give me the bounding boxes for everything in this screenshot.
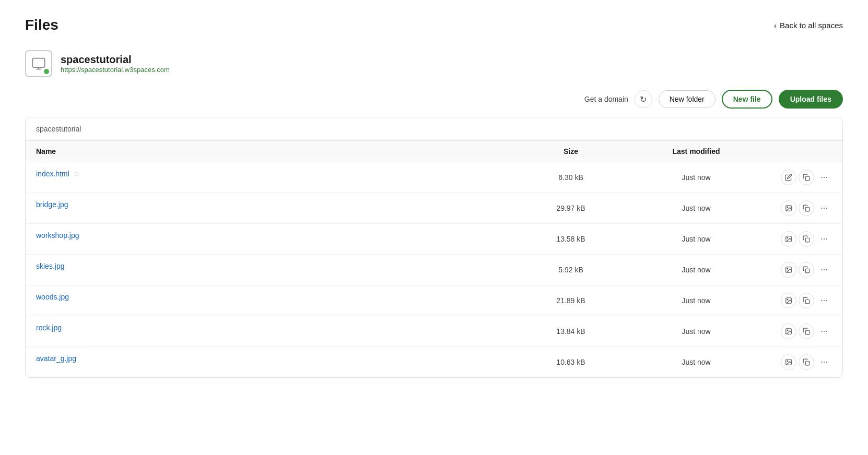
preview-image-button[interactable] <box>781 262 796 278</box>
table-row: avatar_g.jpg10.63 kBJust now <box>26 347 842 378</box>
table-row: bridge.jpg29.97 kBJust now <box>26 193 842 224</box>
preview-image-button[interactable] <box>781 200 796 216</box>
file-size-cell: 13.58 kB <box>519 224 623 255</box>
file-name-link[interactable]: workshop.jpg <box>36 231 79 240</box>
get-domain-label: Get a domain <box>584 95 628 103</box>
file-actions-cell <box>769 162 842 193</box>
file-actions-cell <box>769 316 842 347</box>
file-actions-cell <box>769 347 842 378</box>
file-size-cell: 10.63 kB <box>519 347 623 378</box>
file-modified-cell: Just now <box>623 224 769 255</box>
new-folder-button[interactable]: New folder <box>659 90 715 108</box>
svg-point-42 <box>826 362 827 363</box>
copy-button[interactable] <box>799 293 814 308</box>
chevron-left-icon: ‹ <box>774 21 777 30</box>
file-name-cell: workshop.jpg <box>26 224 519 247</box>
svg-point-35 <box>824 331 825 332</box>
copy-button[interactable] <box>799 170 814 185</box>
preview-image-button[interactable] <box>781 324 796 339</box>
copy-button[interactable] <box>799 200 814 216</box>
file-name-link[interactable]: skies.jpg <box>36 262 64 270</box>
file-name-link[interactable]: woods.jpg <box>36 293 69 301</box>
col-header-size: Size <box>519 141 623 162</box>
file-name-cell: woods.jpg <box>26 285 519 308</box>
file-modified-cell: Just now <box>623 316 769 347</box>
file-actions-cell <box>769 285 842 316</box>
more-options-button[interactable] <box>816 354 832 370</box>
svg-point-26 <box>787 299 788 300</box>
svg-rect-27 <box>805 300 810 304</box>
edit-button[interactable] <box>781 170 796 185</box>
online-status-dot <box>44 69 49 74</box>
space-url[interactable]: https://spacestutorial.w3spaces.com <box>61 66 170 74</box>
more-options-button[interactable] <box>816 170 832 185</box>
file-name-link[interactable]: avatar_g.jpg <box>36 354 76 363</box>
svg-point-23 <box>824 269 825 270</box>
preview-image-button[interactable] <box>781 231 796 247</box>
svg-point-17 <box>824 238 825 240</box>
preview-image-button[interactable] <box>781 293 796 308</box>
svg-point-12 <box>826 208 827 209</box>
copy-button[interactable] <box>799 324 814 339</box>
svg-point-38 <box>787 361 788 362</box>
svg-rect-33 <box>805 330 810 334</box>
file-modified-cell: Just now <box>623 285 769 316</box>
copy-button[interactable] <box>799 231 814 247</box>
new-file-button[interactable]: New file <box>722 90 772 109</box>
svg-point-36 <box>826 331 827 332</box>
svg-point-6 <box>826 177 827 178</box>
svg-rect-0 <box>32 58 44 68</box>
svg-rect-3 <box>805 176 810 181</box>
file-actions-cell <box>769 224 842 255</box>
col-header-actions <box>769 141 842 162</box>
star-icon[interactable]: ☆ <box>74 170 80 178</box>
svg-point-41 <box>824 362 825 363</box>
file-name-link[interactable]: bridge.jpg <box>36 200 68 209</box>
file-name-link[interactable]: index.html <box>36 170 69 178</box>
preview-image-button[interactable] <box>781 354 796 370</box>
back-to-all-spaces-link[interactable]: ‹ Back to all spaces <box>774 21 843 30</box>
refresh-button[interactable]: ↻ <box>635 90 652 108</box>
svg-point-11 <box>824 208 825 209</box>
more-options-button[interactable] <box>816 200 832 216</box>
svg-rect-39 <box>805 361 810 365</box>
table-row: rock.jpg13.84 kBJust now <box>26 316 842 347</box>
file-name-cell: index.html☆ <box>26 162 519 185</box>
svg-point-30 <box>826 300 827 301</box>
more-options-button[interactable] <box>816 231 832 247</box>
more-options-button[interactable] <box>816 324 832 339</box>
svg-point-5 <box>824 177 825 178</box>
file-table: Name Size Last modified index.html☆6.30 … <box>26 141 842 377</box>
file-name-link[interactable]: rock.jpg <box>36 324 62 332</box>
file-table-container: spacestutorial Name Size Last modified i… <box>25 117 843 378</box>
table-row: woods.jpg21.89 kBJust now <box>26 285 842 316</box>
file-name-cell: skies.jpg <box>26 255 519 278</box>
space-icon <box>25 50 52 77</box>
file-name-cell: bridge.jpg <box>26 193 519 216</box>
file-modified-cell: Just now <box>623 193 769 224</box>
file-modified-cell: Just now <box>623 255 769 285</box>
more-options-button[interactable] <box>816 262 832 278</box>
file-actions-cell <box>769 193 842 224</box>
file-name-cell: avatar_g.jpg <box>26 347 519 370</box>
svg-rect-21 <box>805 269 810 273</box>
svg-point-16 <box>821 238 822 240</box>
svg-point-24 <box>826 269 827 270</box>
svg-point-22 <box>821 269 822 270</box>
copy-button[interactable] <box>799 262 814 278</box>
upload-files-button[interactable]: Upload files <box>779 90 843 109</box>
svg-point-18 <box>826 238 827 240</box>
svg-point-14 <box>787 237 788 238</box>
svg-point-34 <box>821 331 822 332</box>
file-size-cell: 29.97 kB <box>519 193 623 224</box>
col-header-name: Name <box>26 141 519 162</box>
file-size-cell: 6.30 kB <box>519 162 623 193</box>
copy-button[interactable] <box>799 354 814 370</box>
svg-rect-15 <box>805 238 810 242</box>
file-actions-cell <box>769 255 842 285</box>
more-options-button[interactable] <box>816 293 832 308</box>
svg-point-8 <box>787 207 788 208</box>
file-size-cell: 13.84 kB <box>519 316 623 347</box>
file-size-cell: 5.92 kB <box>519 255 623 285</box>
svg-point-40 <box>821 362 822 363</box>
